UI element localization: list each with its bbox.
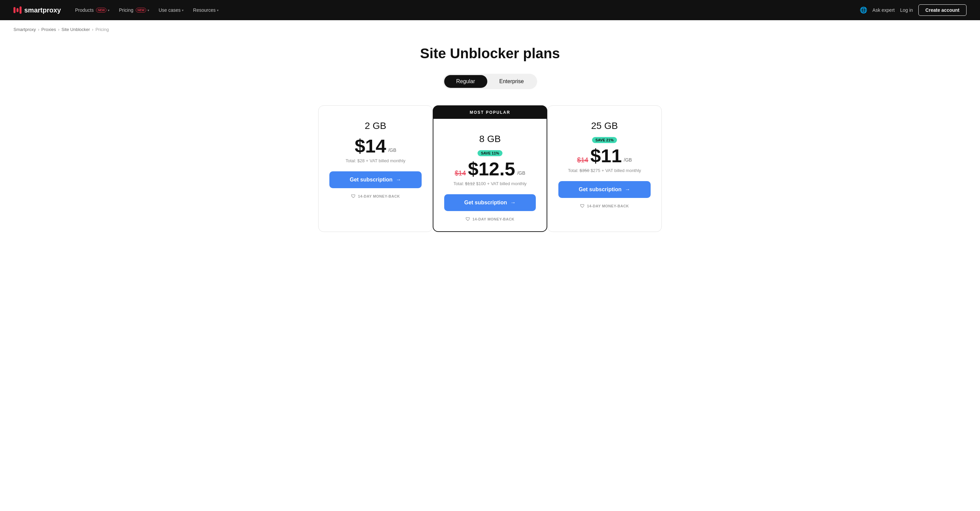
logo-bar-2	[16, 8, 19, 12]
products-badge: NEW	[96, 8, 107, 13]
plan-card-25gb: 25 GB SAVE 21% $14 $11 /GB Total: $350 $…	[547, 105, 662, 232]
plan-8gb-price-row: $14 $12.5 /GB	[444, 160, 536, 178]
logo-text: smartproxy	[24, 6, 61, 14]
arrow-right-icon-3: →	[625, 186, 630, 192]
pricing-chevron: ▾	[148, 8, 149, 12]
nav-right: 🌐 Ask expert Log in Create account	[860, 5, 967, 16]
breadcrumb-proxies[interactable]: Proxies	[41, 27, 56, 32]
plan-toggle: Regular Enterprise	[443, 74, 538, 89]
resources-chevron: ▾	[217, 8, 219, 12]
breadcrumb: Smartproxy › Proxies › Site Unblocker › …	[0, 20, 980, 39]
toggle-regular[interactable]: Regular	[444, 75, 487, 88]
plan-2gb-total: Total: $28 + VAT billed monthly	[329, 158, 422, 163]
use-cases-chevron: ▾	[182, 8, 183, 12]
plan-2gb-price: $14	[355, 136, 386, 156]
plan-8gb-save-badge: SAVE 11%	[477, 150, 503, 156]
create-account-button[interactable]: Create account	[918, 5, 967, 16]
breadcrumb-sep-3: ›	[92, 27, 93, 32]
plan-25gb-cta[interactable]: Get subscription →	[558, 181, 651, 198]
nav-pricing[interactable]: Pricing NEW ▾	[116, 5, 153, 15]
plan-2gb-money-back: 🛡 14-DAY MONEY-BACK	[329, 194, 422, 199]
logo-bar-3	[19, 6, 22, 14]
shield-icon-2: 🛡	[465, 216, 471, 222]
shield-icon: 🛡	[351, 194, 356, 199]
ask-expert-link[interactable]: Ask expert	[873, 7, 895, 13]
plan-8gb-total: Total: $112 $100 + VAT billed monthly	[444, 181, 536, 186]
plan-25gb-price: $11	[590, 146, 622, 165]
breadcrumb-site-unblocker[interactable]: Site Unblocker	[62, 27, 90, 32]
logo-icon	[13, 6, 22, 14]
breadcrumb-sep-1: ›	[38, 27, 39, 32]
plan-25gb-price-row: $14 $11 /GB	[558, 146, 651, 165]
page-title: Site Unblocker plans	[13, 46, 967, 62]
nav-resources[interactable]: Resources ▾	[189, 5, 222, 15]
main-content: Site Unblocker plans Regular Enterprise …	[0, 39, 980, 252]
plan-card-2gb: 2 GB $14 /GB Total: $28 + VAT billed mon…	[318, 105, 433, 232]
plan-8gb-unit: /GB	[517, 170, 525, 176]
arrow-right-icon-2: →	[511, 200, 516, 206]
plan-25gb-old-price: $14	[577, 156, 588, 164]
breadcrumb-current: Pricing	[95, 27, 109, 32]
nav-links: Products NEW ▾ Pricing NEW ▾ Use cases ▾…	[72, 5, 222, 15]
plan-8gb-money-back: 🛡 14-DAY MONEY-BACK	[444, 216, 536, 222]
breadcrumb-smartproxy[interactable]: Smartproxy	[13, 27, 36, 32]
toggle-enterprise[interactable]: Enterprise	[487, 75, 536, 88]
plan-2gb-cta[interactable]: Get subscription →	[329, 171, 422, 188]
plan-8gb-old-price: $14	[455, 169, 466, 177]
plan-2gb-size: 2 GB	[329, 121, 422, 131]
plan-8gb-cta[interactable]: Get subscription →	[444, 194, 536, 211]
plan-25gb-money-back: 🛡 14-DAY MONEY-BACK	[558, 203, 651, 209]
plan-2gb-unit: /GB	[388, 148, 396, 153]
nav-products[interactable]: Products NEW ▾	[72, 5, 113, 15]
plan-25gb-size: 25 GB	[558, 121, 651, 131]
login-link[interactable]: Log in	[900, 7, 913, 13]
plan-25gb-total: Total: $350 $275 + VAT billed monthly	[558, 168, 651, 173]
plan-2gb-price-row: $14 /GB	[329, 136, 422, 156]
arrow-right-icon: →	[396, 177, 401, 183]
pricing-cards: 2 GB $14 /GB Total: $28 + VAT billed mon…	[305, 105, 675, 232]
plan-8gb-size: 8 GB	[444, 133, 536, 144]
shield-icon-3: 🛡	[580, 203, 585, 209]
plan-card-8gb-wrapper: MOST POPULAR 8 GB SAVE 11% $14 $12.5 /GB…	[433, 105, 547, 232]
plan-25gb-unit: /GB	[624, 157, 632, 163]
pricing-badge: NEW	[136, 8, 146, 13]
logo-bar-1	[13, 7, 16, 13]
plan-25gb-save-badge: SAVE 21%	[592, 137, 617, 143]
nav-use-cases[interactable]: Use cases ▾	[155, 5, 187, 15]
nav-left: smartproxy Products NEW ▾ Pricing NEW ▾ …	[13, 5, 222, 15]
most-popular-banner: MOST POPULAR	[433, 105, 547, 119]
logo[interactable]: smartproxy	[13, 6, 61, 14]
language-icon[interactable]: 🌐	[860, 6, 867, 14]
breadcrumb-sep-2: ›	[58, 27, 59, 32]
plan-card-8gb: 8 GB SAVE 11% $14 $12.5 /GB Total: $112 …	[433, 119, 547, 232]
products-chevron: ▾	[108, 8, 110, 12]
navbar: smartproxy Products NEW ▾ Pricing NEW ▾ …	[0, 0, 980, 20]
plan-8gb-price: $12.5	[468, 160, 515, 178]
